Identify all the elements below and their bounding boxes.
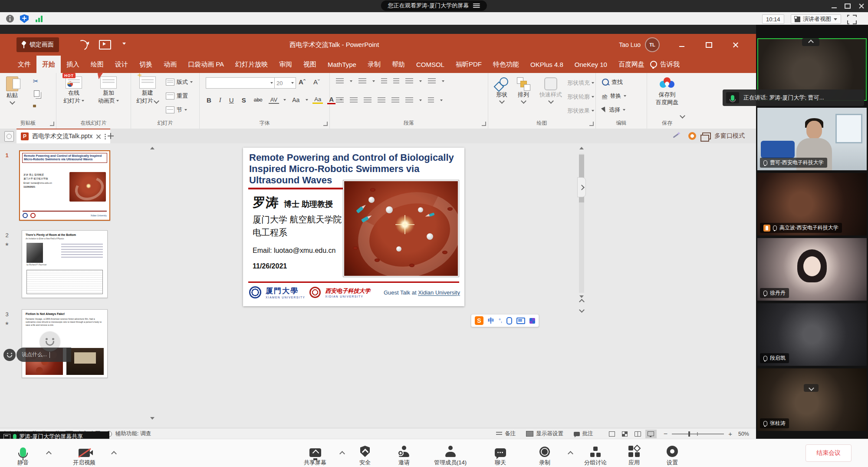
zoom-slider-thumb[interactable] bbox=[688, 431, 690, 437]
tab-comsol[interactable]: COMSOL bbox=[411, 56, 450, 73]
character-spacing-button[interactable]: AV bbox=[269, 96, 279, 104]
end-meeting-button[interactable]: 结束会议 bbox=[806, 444, 852, 462]
tab-special-features[interactable]: 特色功能 bbox=[487, 56, 525, 73]
tab-transitions[interactable]: 切换 bbox=[134, 56, 158, 73]
select-button[interactable]: 选择 bbox=[602, 106, 625, 114]
replace-button[interactable]: ab替换 bbox=[602, 92, 626, 100]
security-button[interactable]: 安全 bbox=[359, 444, 371, 467]
smartart-icon[interactable] bbox=[428, 97, 434, 103]
italic-button[interactable]: I bbox=[217, 96, 223, 104]
text-direction-icon[interactable] bbox=[428, 78, 436, 84]
video-tile-participant[interactable]: 段启凯 bbox=[757, 303, 867, 366]
tab-onekey[interactable]: OneKey 10 bbox=[569, 56, 613, 73]
tab-foxit-pdf[interactable]: 福昕PDF bbox=[450, 56, 487, 73]
font-name-combo[interactable] bbox=[206, 77, 275, 89]
mute-button[interactable]: 静音 bbox=[17, 444, 29, 467]
manage-members-button[interactable]: 管理成员(14) bbox=[434, 444, 467, 467]
zoom-level[interactable]: 50% bbox=[738, 431, 749, 437]
comments-button[interactable]: 批注 bbox=[582, 430, 593, 437]
shape-fill-button[interactable]: 形状填充 bbox=[567, 79, 594, 87]
punctuation-icon[interactable]: °, bbox=[499, 318, 502, 324]
ppt-minimize-button[interactable] bbox=[676, 39, 687, 50]
magic-wand-icon[interactable] bbox=[672, 132, 681, 140]
notes-button[interactable]: 备注 bbox=[505, 430, 516, 437]
tab-design[interactable]: 设计 bbox=[109, 56, 134, 73]
thumbnail-scrollbar[interactable] bbox=[149, 146, 155, 424]
redo-icon[interactable] bbox=[76, 39, 89, 52]
shadow-button[interactable]: S bbox=[240, 96, 248, 104]
numbering-icon[interactable] bbox=[358, 78, 366, 84]
align-center-icon[interactable] bbox=[350, 97, 358, 103]
tab-help[interactable]: 帮助 bbox=[386, 56, 411, 73]
tab-okplus[interactable]: OKPlus 4.8 bbox=[525, 56, 569, 73]
start-video-button[interactable]: 开启视频 bbox=[73, 444, 95, 467]
copy-icon[interactable] bbox=[34, 90, 39, 97]
shapes-button[interactable]: 形状 bbox=[494, 77, 509, 103]
settings-button[interactable]: 设置 bbox=[667, 444, 678, 467]
view-mode-dropdown[interactable]: 演讲者视图 bbox=[791, 14, 841, 24]
increase-indent-icon[interactable] bbox=[393, 78, 399, 84]
reading-view-button[interactable] bbox=[632, 430, 644, 438]
sogou-input-bar[interactable]: S 中 °, bbox=[471, 314, 539, 327]
shape-effects-button[interactable]: 形状效果 bbox=[567, 107, 594, 115]
bullets-icon[interactable] bbox=[336, 78, 344, 84]
ppt-maximize-button[interactable] bbox=[703, 39, 714, 50]
online-slides-button[interactable]: HOT 在线 幻灯片 bbox=[63, 76, 84, 105]
tab-animations[interactable]: 动画 bbox=[158, 56, 182, 73]
new-slide-button[interactable]: 新建 幻灯片 bbox=[136, 76, 158, 105]
chat-input[interactable]: 说点什么... bbox=[16, 348, 71, 362]
breakout-rooms-button[interactable]: 分组讨论 bbox=[584, 444, 607, 467]
grow-font-button[interactable]: Aˆ bbox=[297, 78, 307, 86]
account-area[interactable]: Tao Luo TL bbox=[619, 34, 660, 56]
normal-view-button[interactable] bbox=[606, 430, 618, 438]
align-right-icon[interactable] bbox=[364, 97, 372, 103]
invite-button[interactable]: 邀请 bbox=[398, 444, 410, 467]
highlight-button[interactable]: Aa bbox=[312, 96, 323, 104]
align-text-icon[interactable] bbox=[405, 97, 413, 103]
recent-document-icon[interactable] bbox=[4, 131, 14, 142]
panel-collapse-handle[interactable] bbox=[577, 177, 586, 197]
layout-button[interactable]: 版式 bbox=[166, 78, 193, 86]
line-spacing-icon[interactable] bbox=[405, 78, 413, 84]
plugin-flower-icon[interactable] bbox=[688, 132, 696, 140]
next-slide-icon[interactable] bbox=[579, 307, 585, 313]
banner-menu-icon[interactable] bbox=[473, 3, 480, 8]
dialog-launcher-icon[interactable] bbox=[482, 122, 486, 126]
decrease-indent-icon[interactable] bbox=[381, 78, 387, 84]
avatar[interactable]: TL bbox=[645, 37, 660, 52]
quick-styles-button[interactable]: 快速样式 bbox=[539, 77, 562, 103]
tab-draw[interactable]: 绘图 bbox=[85, 56, 109, 73]
close-tab-icon[interactable] bbox=[96, 134, 101, 139]
columns-icon[interactable] bbox=[391, 97, 399, 103]
accessibility-status[interactable]: 辅助功能: 调查 bbox=[115, 430, 151, 437]
section-button[interactable]: 节 bbox=[166, 106, 187, 114]
save-to-baidu-button[interactable]: 保存到 百度网盘 bbox=[653, 77, 681, 106]
video-tile-participant[interactable]: 徐丹丹 bbox=[757, 238, 867, 301]
voice-input-icon[interactable] bbox=[506, 317, 512, 325]
apps-button[interactable]: 应用 bbox=[628, 444, 640, 467]
scroll-down-icon[interactable] bbox=[150, 417, 155, 420]
new-animation-page-button[interactable]: 新加 动画页 bbox=[98, 76, 119, 105]
record-button[interactable]: 录制 bbox=[539, 444, 550, 467]
tab-menu-icon[interactable] bbox=[105, 134, 106, 139]
find-button[interactable]: 查找 bbox=[602, 78, 623, 86]
align-left-icon[interactable] bbox=[336, 97, 344, 103]
video-tile-participant[interactable]: 张桂涛 bbox=[757, 368, 867, 431]
toolbox-icon[interactable] bbox=[529, 318, 535, 324]
tab-record[interactable]: 录制 bbox=[362, 56, 386, 73]
collapse-videos-button[interactable] bbox=[802, 38, 819, 46]
close-icon[interactable] bbox=[858, 3, 865, 9]
start-slideshow-icon[interactable] bbox=[99, 40, 111, 50]
keyboard-icon[interactable] bbox=[516, 318, 525, 324]
underline-button[interactable]: U bbox=[227, 96, 236, 104]
tab-baidu-netdisk[interactable]: 百度网盘 bbox=[613, 56, 650, 73]
chat-button[interactable]: 聊天 bbox=[495, 444, 506, 467]
chinese-mode-icon[interactable]: 中 bbox=[488, 317, 494, 325]
zoom-slider[interactable] bbox=[672, 434, 724, 434]
font-size-combo[interactable]: 20 bbox=[274, 77, 296, 89]
dialog-launcher-icon[interactable] bbox=[50, 122, 54, 126]
slideshow-view-button[interactable] bbox=[645, 430, 657, 438]
strikethrough-button[interactable]: abe bbox=[252, 97, 264, 103]
slide-thumbnail-3[interactable]: Fiction Is Not Always Fake! Fantastic Vo… bbox=[22, 309, 108, 378]
tab-view[interactable]: 视图 bbox=[298, 56, 322, 73]
